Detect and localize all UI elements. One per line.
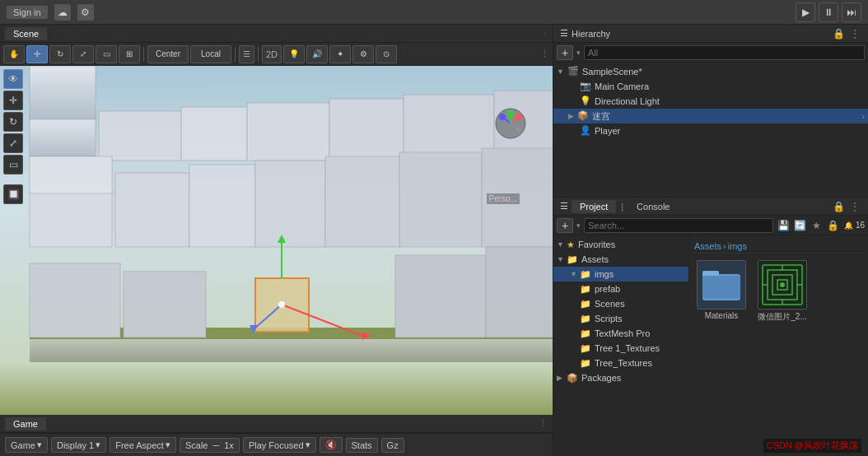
svg-point-35 — [516, 128, 521, 133]
transform-tool-button[interactable]: ⊞ — [119, 45, 140, 63]
svg-rect-4 — [30, 66, 96, 119]
local-toggle-button[interactable]: Local — [190, 45, 231, 63]
scene-left-tools: 👁 ✛ ↻ ⤢ ▭ 🔲 — [3, 69, 23, 204]
vfx-toggle-button[interactable]: ✦ — [329, 45, 351, 63]
project-header: ☰ Project | Console 🔒 ⋮ — [553, 198, 868, 216]
project-lock-icon[interactable]: 🔒 — [832, 200, 845, 213]
hierarchy-search-input[interactable] — [584, 45, 865, 60]
pivot-toggle-button[interactable]: Center — [147, 45, 189, 63]
save-icon[interactable]: 💾 — [777, 219, 790, 232]
folder-imgs[interactable]: ▼ 📁 imgs — [553, 267, 688, 282]
gizmo-button[interactable]: ⊙ — [376, 45, 397, 63]
rotate-gizmo[interactable]: ↻ — [3, 112, 23, 132]
rotate-tool-button[interactable]: ↻ — [49, 45, 71, 63]
imgs-path-link[interactable]: imgs — [728, 241, 747, 251]
project-add-button[interactable]: + — [557, 218, 573, 233]
panel-drag-handle: ⋮ — [541, 30, 548, 37]
sign-in-button[interactable]: Sign in — [7, 6, 48, 19]
imgs-arrow: ▼ — [570, 270, 578, 278]
audio-toggle-button[interactable]: 🔊 — [306, 45, 328, 63]
game-panel-more[interactable]: ⋮ — [539, 418, 548, 429]
2d-toggle[interactable]: 2D — [262, 45, 282, 63]
view-tool[interactable]: 👁 — [3, 69, 23, 89]
scale-control[interactable]: Scale ─ 1x — [180, 438, 240, 453]
project-tab-area: ☰ Project | Console — [560, 200, 678, 213]
prefab-label: prefab — [595, 284, 620, 294]
scale-tool-button[interactable]: ⤢ — [72, 45, 94, 63]
tab-console[interactable]: Console — [628, 200, 678, 213]
favorite-icon[interactable]: ★ — [810, 219, 823, 232]
snap-settings[interactable]: 🔲 — [3, 184, 23, 204]
folder-scenes[interactable]: 📁 Scenes — [553, 296, 688, 311]
scene-toolbar: ✋ ✛ ↻ ⤢ ▭ ⊞ Center Local ☰ 2D 💡 🔊 ✦ ⚙ ⊙ … — [0, 43, 553, 66]
hier-add-arrow[interactable]: ▾ — [576, 49, 581, 57]
move-gizmo[interactable]: ✛ — [3, 91, 23, 110]
folder-textmesh[interactable]: 📁 TextMesh Pro — [553, 326, 688, 341]
tree-item-player[interactable]: 👤 Player — [553, 123, 868, 138]
tab-game[interactable]: Game — [5, 417, 46, 430]
hierarchy-panel: ☰ Hierarchy 🔒 ⋮ + ▾ ▼ 🎬 SampleScene* — [553, 25, 868, 198]
tree-item-directionallight[interactable]: 💡 Directional Light — [553, 94, 868, 109]
game-tab-bar: Game ⋮ — [0, 415, 553, 433]
svg-rect-5 — [99, 111, 181, 161]
project-console-panel: ☰ Project | Console 🔒 ⋮ + ▾ 💾 🔄 ★ 🔒 — [553, 198, 868, 456]
folder-prefab[interactable]: 📁 prefab — [553, 282, 688, 296]
folder-tree-tex[interactable]: 📁 Tree_Textures — [553, 356, 688, 370]
tree-item-maze[interactable]: ▶ 📦 迷宫 › — [553, 109, 868, 123]
pause-button[interactable]: ⏸ — [819, 2, 838, 22]
hand-tool-button[interactable]: ✋ — [3, 45, 25, 63]
svg-rect-14 — [189, 165, 255, 247]
tree-item-maincamera[interactable]: 📷 Main Camera — [553, 79, 868, 94]
game-dropdown[interactable]: Game ▾ — [5, 437, 48, 453]
main-area: Scene ⋮ ✋ ✛ ↻ ⤢ ▭ ⊞ Center Local ☰ 2D 💡 … — [0, 25, 868, 456]
rect-gizmo[interactable]: ▭ — [3, 155, 23, 174]
hierarchy-header: ☰ Hierarchy 🔒 ⋮ — [553, 25, 868, 43]
asset-maze-image[interactable]: 微信图片_2... — [754, 258, 811, 324]
tab-project[interactable]: Project — [572, 200, 616, 213]
scene-settings-button[interactable]: ⚙ — [352, 45, 374, 63]
folder-tree1[interactable]: 📁 Tree 1_Textures — [553, 341, 688, 356]
cloud-icon[interactable]: ☁ — [54, 4, 71, 21]
maze-scene-svg — [0, 66, 553, 362]
directionallight-label: Directional Light — [595, 96, 660, 106]
packages-label: Packages — [581, 373, 621, 383]
tree-item-samplescene[interactable]: ▼ 🎬 SampleScene* — [553, 64, 868, 79]
project-more-icon[interactable]: ⋮ — [848, 200, 861, 213]
samplescene-icon: 🎬 — [567, 66, 579, 77]
player-icon: 👤 — [580, 125, 591, 137]
folder-scripts[interactable]: 📁 Scripts — [553, 311, 688, 326]
project-add-arrow[interactable]: ▾ — [576, 221, 581, 230]
view-type-label[interactable]: ☰ — [239, 45, 254, 63]
folder-favorites[interactable]: ▼ ★ Favorites — [553, 237, 688, 252]
display-dropdown[interactable]: Display 1 ▾ — [51, 437, 106, 453]
hierarchy-lock-icon[interactable]: 🔒 — [832, 27, 845, 40]
panel-more-btn[interactable]: ⋮ — [540, 49, 549, 59]
folder-assets[interactable]: ▼ 📁 Assets — [553, 252, 688, 267]
project-search-input[interactable] — [584, 218, 773, 233]
stats-button[interactable]: Stats — [346, 438, 378, 453]
play-button[interactable]: ▶ — [796, 2, 815, 22]
scale-gizmo[interactable]: ⤢ — [3, 133, 23, 153]
play-focused-dropdown[interactable]: Play Focused ▾ — [243, 437, 316, 453]
move-tool-button[interactable]: ✛ — [26, 45, 48, 63]
light-toggle-button[interactable]: 💡 — [283, 45, 305, 63]
rect-tool-button[interactable]: ▭ — [96, 45, 117, 63]
audio-mute-btn[interactable]: 🔇 — [320, 437, 343, 453]
hierarchy-more-icon[interactable]: ⋮ — [848, 27, 861, 40]
folder-packages[interactable]: ▶ 📦 Packages — [553, 370, 688, 385]
tab-scene[interactable]: Scene — [5, 27, 47, 40]
scene-view[interactable]: 👁 ✛ ↻ ⤢ ▭ 🔲 — [0, 66, 553, 415]
hierarchy-header-icons: 🔒 ⋮ — [832, 27, 861, 40]
refresh-icon[interactable]: 🔄 — [793, 219, 806, 232]
asset-materials[interactable]: Materials — [693, 258, 750, 324]
aspect-dropdown[interactable]: Free Aspect ▾ — [110, 437, 176, 453]
lock2-icon[interactable]: 🔒 — [826, 219, 839, 232]
project-header-icons: 🔒 ⋮ — [832, 200, 861, 213]
step-button[interactable]: ⏭ — [842, 2, 861, 22]
gizmos-button[interactable]: Gz — [381, 438, 404, 453]
unity-services-icon[interactable]: ⚙ — [77, 4, 94, 21]
assets-path-link[interactable]: Assets — [694, 241, 721, 251]
svg-rect-16 — [325, 156, 399, 247]
asset-grid: Assets › imgs Material — [689, 235, 868, 456]
hierarchy-add-button[interactable]: + — [557, 45, 573, 60]
